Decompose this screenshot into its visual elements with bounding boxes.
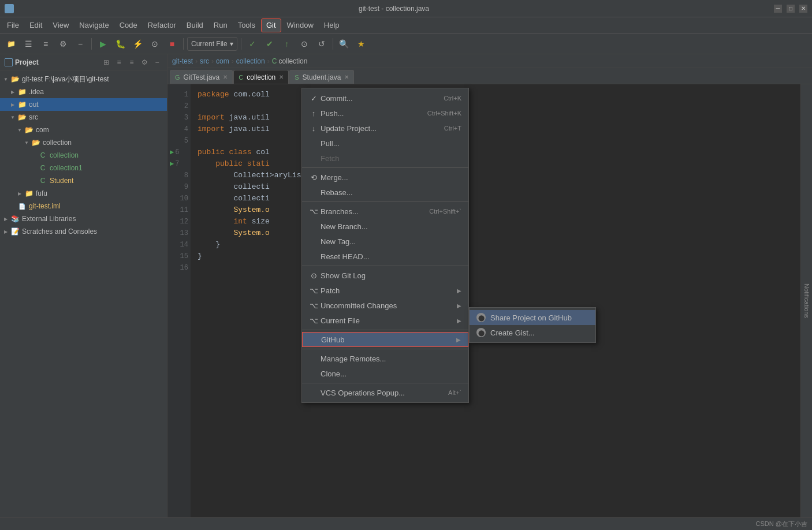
folder-icon: 📁 (17, 87, 27, 96)
profile-button[interactable]: ⊙ (147, 36, 162, 51)
sidebar-close-icon[interactable]: − (152, 57, 162, 68)
tab-gittest[interactable]: G GitTest.java ✕ (170, 70, 233, 84)
menu-edit[interactable]: Edit (25, 18, 47, 32)
menu-patch[interactable]: ⌥ Patch ▶ (302, 283, 468, 298)
menu-show-git-log[interactable]: ⊙ Show Git Log (302, 268, 468, 283)
toolbar-collapse-btn[interactable]: ≡ (38, 36, 53, 51)
menu-refactor[interactable]: Refactor (143, 18, 181, 32)
menu-vcs-popup[interactable]: VCS Operations Popup... Alt+` (302, 385, 468, 400)
menu-uncommitted[interactable]: ⌥ Uncommitted Changes ▶ (302, 298, 468, 313)
tree-src[interactable]: ▼ 📂 src (0, 111, 167, 124)
code-line-9: collecti (198, 181, 798, 193)
commit-shortcut: Ctrl+K (444, 95, 461, 102)
tree-out[interactable]: ▶ 📁 out (0, 98, 167, 111)
submenu-share-project[interactable]: ⬤ Share Project on GitHub (470, 310, 595, 325)
breadcrumb-com[interactable]: com (216, 57, 229, 65)
menu-push[interactable]: ↑ Push... Ctrl+Shift+K (302, 106, 468, 121)
menu-update[interactable]: ↓ Update Project... Ctrl+T (302, 121, 468, 136)
java-icon: C (38, 151, 47, 160)
menu-new-branch[interactable]: New Branch... (302, 219, 468, 234)
run-config-label: Current File (191, 40, 228, 48)
tree-root[interactable]: ▼ 📂 git-test F:\java小项目\git-test (0, 73, 167, 85)
sidebar-settings-icon[interactable]: ⚙ (139, 57, 150, 68)
tree-student-java[interactable]: ▶ C Student (0, 174, 167, 187)
menu-git[interactable]: Git (261, 18, 281, 32)
star-btn[interactable]: ★ (354, 36, 369, 51)
menu-current-file[interactable]: ⌥ Current File ▶ (302, 313, 468, 328)
git-update-btn[interactable]: ✔ (262, 36, 277, 51)
tree-iml[interactable]: ▶ 📄 git-test.iml (0, 200, 167, 212)
menu-commit[interactable]: ✓ Commit... Ctrl+K (302, 91, 468, 106)
tree-fufu[interactable]: ▶ 📁 fufu (0, 187, 167, 200)
menu-rebase[interactable]: Rebase... (302, 185, 468, 200)
github-icon: ⬤ (476, 313, 486, 322)
menu-github[interactable]: GitHub ▶ (302, 332, 468, 347)
iml-icon: 📄 (17, 201, 27, 211)
menu-tools[interactable]: Tools (233, 18, 260, 32)
chevron-down-icon: ▾ (230, 40, 233, 48)
menu-pull[interactable]: Pull... (302, 136, 468, 151)
toolbar-project-btn[interactable]: 📁 (3, 36, 18, 51)
close-button[interactable]: ✕ (799, 5, 807, 13)
notifications-bar[interactable]: Notifications (800, 84, 812, 517)
tab-close-icon[interactable]: ✕ (223, 74, 228, 80)
code-line-16 (198, 262, 798, 274)
tab-close-icon[interactable]: ✕ (279, 74, 284, 80)
tree-external-libs[interactable]: ▶ 📚 External Libraries (0, 212, 167, 225)
tab-close-icon[interactable]: ✕ (344, 74, 349, 80)
statusbar: CSDN @在下小吉 (0, 517, 812, 530)
breadcrumb-git-test[interactable]: git-test (172, 57, 193, 65)
git-checkmark-btn[interactable]: ✓ (245, 36, 260, 51)
stop-button[interactable]: ■ (165, 36, 180, 51)
code-editor[interactable]: package com.coll import java.util import… (191, 84, 805, 517)
tab-student-label: Student.java (303, 73, 341, 81)
toolbar-settings-btn[interactable]: ⚙ (55, 36, 70, 51)
menu-clone[interactable]: Clone... (302, 366, 468, 381)
sidebar-external-icon[interactable]: ⊞ (101, 57, 111, 68)
menu-file[interactable]: File (2, 18, 24, 32)
menu-window[interactable]: Window (282, 18, 318, 32)
menu-manage-remotes[interactable]: Manage Remotes... (302, 351, 468, 366)
git-history-btn[interactable]: ⊙ (297, 36, 312, 51)
maximize-button[interactable]: □ (787, 5, 795, 13)
menu-help[interactable]: Help (319, 18, 344, 32)
run-config-dropdown[interactable]: Current File ▾ (187, 37, 237, 51)
menu-branches[interactable]: ⌥ Branches... Ctrl+Shift+` (302, 204, 468, 219)
tree-idea[interactable]: ▶ 📁 .idea (0, 85, 167, 98)
menu-run[interactable]: Run (209, 18, 232, 32)
tree-collection-java[interactable]: ▶ C collection (0, 149, 167, 162)
git-rollback-btn[interactable]: ↺ (314, 36, 329, 51)
expand-arrow: ▶ (9, 101, 16, 108)
tab-student[interactable]: S Student.java ✕ (289, 70, 354, 84)
menu-reset-head[interactable]: Reset HEAD... (302, 249, 468, 264)
menu-build[interactable]: Build (182, 18, 208, 32)
toolbar-list-btn[interactable]: ☰ (21, 36, 36, 51)
tab-collection[interactable]: C collection ✕ (233, 70, 289, 84)
tree-scratches[interactable]: ▶ 📝 Scratches and Consoles (0, 225, 167, 238)
minimize-button[interactable]: ─ (774, 5, 782, 13)
menu-new-tag[interactable]: New Tag... (302, 234, 468, 249)
merge-icon: ⟲ (309, 173, 318, 182)
tree-collection1-java[interactable]: ▶ C collection1 (0, 162, 167, 174)
coverage-button[interactable]: ⚡ (130, 36, 145, 51)
code-line-2 (198, 100, 798, 112)
tree-collection-folder[interactable]: ▼ 📂 collection (0, 136, 167, 149)
breadcrumb-src[interactable]: src (200, 57, 209, 65)
debug-button[interactable]: 🐛 (113, 36, 128, 51)
toolbar-hide-btn[interactable]: − (73, 36, 88, 51)
tree-com[interactable]: ▼ 📂 com (0, 124, 167, 136)
submenu-arrow: ▶ (457, 318, 461, 324)
submenu-create-gist[interactable]: ⬤ Create Gist... (470, 325, 595, 340)
search-btn[interactable]: 🔍 (337, 36, 352, 51)
menu-view[interactable]: View (48, 18, 73, 32)
menu-navigate[interactable]: Navigate (75, 18, 113, 32)
menu-code[interactable]: Code (115, 18, 142, 32)
sidebar-list-icon[interactable]: ≡ (114, 57, 124, 68)
menu-merge[interactable]: ⟲ Merge... (302, 170, 468, 185)
project-icon: 📁 (7, 40, 16, 48)
sidebar-collapse-icon[interactable]: ≡ (126, 57, 137, 68)
run-button[interactable]: ▶ (95, 36, 110, 51)
git-push-btn[interactable]: ↑ (280, 36, 295, 51)
breadcrumb-collection-pkg[interactable]: collection (236, 57, 265, 65)
java-icon: C (38, 163, 47, 173)
